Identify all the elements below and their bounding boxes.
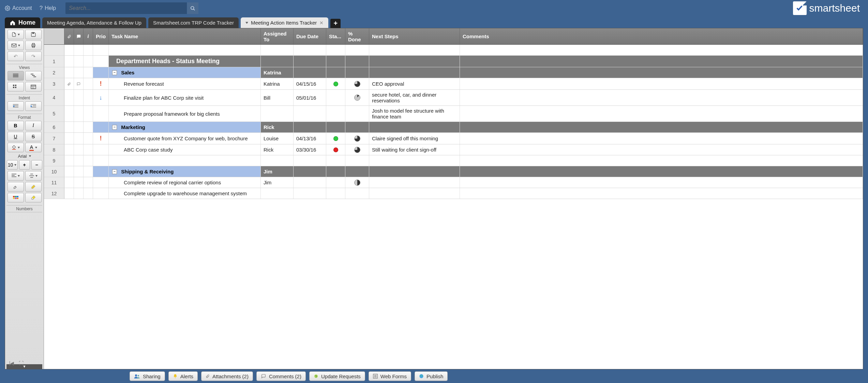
search-button[interactable] bbox=[187, 2, 198, 14]
account-label: Account bbox=[12, 5, 32, 11]
logo-mark bbox=[793, 1, 807, 15]
close-tab-icon[interactable]: ✕ bbox=[319, 20, 324, 26]
logo-text: smartsheet bbox=[809, 2, 860, 14]
tab-label: Meeting Agenda, Attendance & Follow Up bbox=[47, 20, 141, 26]
brand-logo: smartsheet bbox=[793, 1, 863, 15]
svg-point-0 bbox=[7, 8, 8, 9]
tab-meeting-agenda[interactable]: Meeting Agenda, Attendance & Follow Up bbox=[42, 17, 146, 28]
account-link[interactable]: Account bbox=[5, 5, 32, 11]
help-label: Help bbox=[45, 5, 56, 11]
tab-label: Meeting Action Items Tracker bbox=[251, 20, 317, 26]
tab-strip: Home Meeting Agenda, Attendance & Follow… bbox=[0, 16, 868, 28]
search-box bbox=[65, 2, 198, 14]
add-tab-button[interactable]: + bbox=[330, 19, 341, 28]
question-icon: ? bbox=[40, 5, 43, 12]
tab-menu-icon[interactable] bbox=[245, 22, 248, 24]
tab-label: Smartsheet.com TRP Code Tracker bbox=[153, 20, 234, 26]
gear-icon bbox=[5, 5, 10, 11]
svg-line-2 bbox=[194, 9, 195, 10]
home-icon bbox=[10, 20, 16, 26]
tab-action-items[interactable]: Meeting Action Items Tracker ✕ bbox=[241, 17, 328, 28]
home-tab[interactable]: Home bbox=[5, 17, 40, 28]
help-link[interactable]: ? Help bbox=[40, 5, 56, 12]
svg-point-1 bbox=[191, 6, 194, 9]
tab-trp-tracker[interactable]: Smartsheet.com TRP Code Tracker bbox=[148, 17, 239, 28]
search-icon bbox=[190, 6, 195, 11]
home-tab-label: Home bbox=[18, 19, 35, 26]
search-input[interactable] bbox=[65, 5, 187, 11]
